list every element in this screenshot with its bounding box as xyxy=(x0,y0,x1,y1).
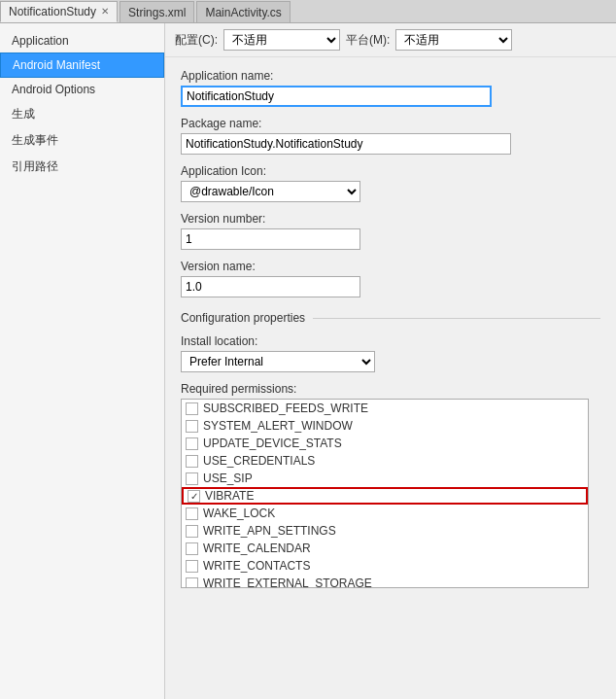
version-name-label: Version name: xyxy=(181,260,600,273)
perm-label-write-external-storage: WRITE_EXTERNAL_STORAGE xyxy=(203,577,372,588)
permission-item-use-sip[interactable]: USE_SIP xyxy=(182,470,588,487)
permission-item-vibrate[interactable]: VIBRATE xyxy=(182,487,588,505)
platform-label: 平台(M): xyxy=(346,32,390,49)
tab-main-activity[interactable]: MainActivity.cs xyxy=(196,1,290,22)
tab-label: MainActivity.cs xyxy=(205,6,281,19)
install-location-select[interactable]: Prefer Internal xyxy=(181,351,375,372)
sidebar-item-build[interactable]: 生成 xyxy=(0,101,164,127)
required-permissions-label: Required permissions: xyxy=(181,382,600,396)
platform-select[interactable]: 不适用 xyxy=(395,29,512,51)
app-name-input[interactable] xyxy=(181,86,492,107)
config-select[interactable]: 不适用 xyxy=(223,29,340,51)
config-properties-label: Configuration properties xyxy=(181,311,305,325)
sidebar-item-application[interactable]: Application xyxy=(0,29,164,52)
version-number-input[interactable] xyxy=(181,228,360,250)
permission-item-wake-lock[interactable]: WAKE_LOCK xyxy=(182,505,588,522)
close-icon[interactable]: ✕ xyxy=(101,7,109,17)
permission-item-write-apn-settings[interactable]: WRITE_APN_SETTINGS xyxy=(182,522,588,540)
sidebar-item-android-options[interactable]: Android Options xyxy=(0,78,164,101)
perm-checkbox-write-external-storage[interactable] xyxy=(186,577,198,589)
perm-label-write-contacts: WRITE_CONTACTS xyxy=(203,559,310,573)
perm-checkbox-update-device-stats[interactable] xyxy=(186,437,198,450)
sidebar-item-android-manifest[interactable]: Android Manifest xyxy=(0,52,164,78)
sidebar: Application Android Manifest Android Opt… xyxy=(0,23,165,699)
package-name-group: Package name: xyxy=(181,117,600,155)
perm-label-wake-lock: WAKE_LOCK xyxy=(203,507,275,520)
perm-label-write-calendar: WRITE_CALENDAR xyxy=(203,542,311,555)
package-name-input[interactable] xyxy=(181,133,511,155)
perm-label-use-sip: USE_SIP xyxy=(203,472,253,485)
version-name-input[interactable] xyxy=(181,276,360,297)
content-area: 配置(C): 不适用 平台(M): 不适用 Application name: … xyxy=(165,23,616,699)
toolbar-row: 配置(C): 不适用 平台(M): 不适用 xyxy=(165,23,616,57)
version-number-group: Version number: xyxy=(181,212,600,250)
perm-label-subscribed-feeds-write: SUBSCRIBED_FEEDS_WRITE xyxy=(203,402,368,415)
perm-checkbox-wake-lock[interactable] xyxy=(186,507,198,520)
tab-label: Strings.xml xyxy=(128,6,186,19)
perm-checkbox-write-apn-settings[interactable] xyxy=(186,525,198,538)
permissions-list[interactable]: SUBSCRIBED_FEEDS_WRITESYSTEM_ALERT_WINDO… xyxy=(181,399,589,588)
config-properties-divider: Configuration properties xyxy=(181,311,600,325)
perm-label-system-alert-window: SYSTEM_ALERT_WINDOW xyxy=(203,419,353,433)
perm-checkbox-write-contacts[interactable] xyxy=(186,560,198,573)
app-icon-label: Application Icon: xyxy=(181,164,600,178)
app-icon-group: Application Icon: @drawable/Icon xyxy=(181,164,600,202)
sidebar-item-reference-paths[interactable]: 引用路径 xyxy=(0,154,164,180)
permission-item-write-external-storage[interactable]: WRITE_EXTERNAL_STORAGE xyxy=(182,575,588,588)
app-name-label: Application name: xyxy=(181,69,600,83)
perm-label-update-device-stats: UPDATE_DEVICE_STATS xyxy=(203,437,342,450)
permission-item-subscribed-feeds-write[interactable]: SUBSCRIBED_FEEDS_WRITE xyxy=(182,400,588,417)
permission-item-system-alert-window[interactable]: SYSTEM_ALERT_WINDOW xyxy=(182,417,588,435)
perm-checkbox-write-calendar[interactable] xyxy=(186,542,198,555)
perm-label-vibrate: VIBRATE xyxy=(205,489,254,503)
perm-checkbox-use-credentials[interactable] xyxy=(186,455,198,468)
tab-label: NotificationStudy xyxy=(9,5,96,18)
permission-item-write-contacts[interactable]: WRITE_CONTACTS xyxy=(182,557,588,575)
perm-label-use-credentials: USE_CREDENTIALS xyxy=(203,454,315,468)
permission-item-use-credentials[interactable]: USE_CREDENTIALS xyxy=(182,452,588,470)
permission-item-write-calendar[interactable]: WRITE_CALENDAR xyxy=(182,540,588,557)
package-name-label: Package name: xyxy=(181,117,600,130)
perm-checkbox-system-alert-window[interactable] xyxy=(186,420,198,433)
install-location-label: Install location: xyxy=(181,334,600,348)
tab-notification-study[interactable]: NotificationStudy ✕ xyxy=(0,1,118,22)
tab-bar: NotificationStudy ✕ Strings.xml MainActi… xyxy=(0,0,616,23)
divider-line xyxy=(313,318,600,319)
tab-strings-xml[interactable]: Strings.xml xyxy=(120,1,194,22)
form-content: Application name: Package name: Applicat… xyxy=(165,57,616,699)
install-location-group: Install location: Prefer Internal xyxy=(181,334,600,372)
perm-label-write-apn-settings: WRITE_APN_SETTINGS xyxy=(203,524,336,538)
sidebar-item-build-events[interactable]: 生成事件 xyxy=(0,127,164,154)
config-label: 配置(C): xyxy=(175,32,218,49)
required-permissions-group: Required permissions: SUBSCRIBED_FEEDS_W… xyxy=(181,382,600,588)
perm-checkbox-subscribed-feeds-write[interactable] xyxy=(186,402,198,415)
version-name-group: Version name: xyxy=(181,260,600,297)
perm-checkbox-use-sip[interactable] xyxy=(186,472,198,485)
main-layout: Application Android Manifest Android Opt… xyxy=(0,23,616,699)
perm-checkbox-vibrate[interactable] xyxy=(188,490,200,503)
version-number-label: Version number: xyxy=(181,212,600,226)
app-name-group: Application name: xyxy=(181,69,600,107)
app-icon-select[interactable]: @drawable/Icon xyxy=(181,181,360,202)
permission-item-update-device-stats[interactable]: UPDATE_DEVICE_STATS xyxy=(182,435,588,452)
